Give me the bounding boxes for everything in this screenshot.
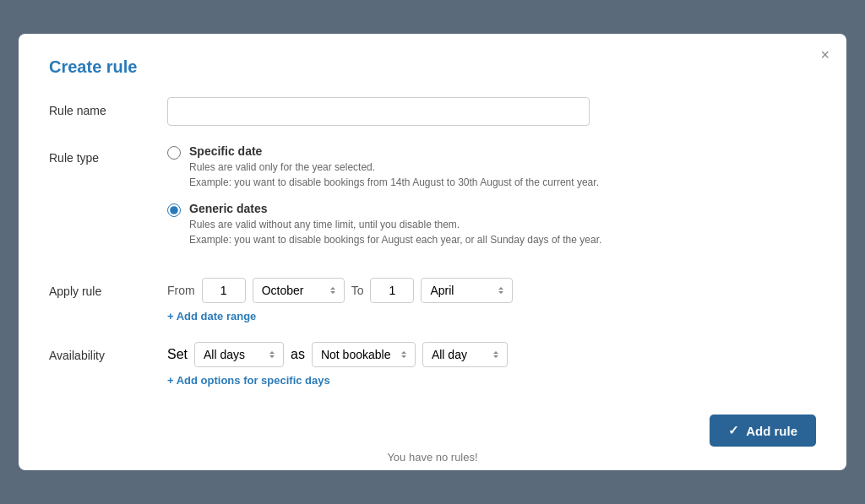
add-date-range-button[interactable]: + Add date range [167, 310, 256, 322]
to-day-input[interactable] [370, 278, 414, 303]
days-select[interactable]: All days Weekdays Weekends [194, 342, 284, 367]
modal-backdrop: × Create rule Rule name Rule type Specif… [0, 0, 865, 504]
specific-date-desc2: Example: you want to disable bookings fr… [189, 175, 599, 190]
specific-date-title: Specific date [189, 144, 599, 158]
add-options-button[interactable]: + Add options for specific days [167, 374, 330, 387]
generic-dates-desc1: Rules are valid without any time limit, … [189, 217, 601, 232]
specific-date-option[interactable]: Specific date Rules are valid only for t… [167, 144, 816, 190]
generic-dates-radio[interactable] [167, 203, 181, 217]
check-icon: ✓ [728, 423, 739, 438]
from-month-select[interactable]: JanuaryFebruaryMarchApril MayJuneJulyAug… [253, 278, 345, 303]
rule-type-label: Rule type [49, 144, 167, 165]
from-day-input[interactable] [202, 278, 246, 303]
availability-label: Availability [49, 342, 167, 362]
as-label: as [291, 347, 305, 362]
specific-date-desc1: Rules are valid only for the year select… [189, 160, 599, 175]
apply-rule-label: Apply rule [49, 278, 167, 298]
modal-title: Create rule [49, 57, 816, 77]
apply-rule-row: Apply rule From JanuaryFebruaryMarchApri… [49, 278, 816, 323]
rule-name-input[interactable] [167, 97, 590, 126]
specific-date-label-group: Specific date Rules are valid only for t… [189, 144, 599, 190]
rule-name-label: Rule name [49, 97, 167, 117]
set-label: Set [167, 347, 188, 362]
time-select[interactable]: All day Morning Afternoon [422, 342, 508, 367]
availability-inputs: Set All days Weekdays Weekends as Not bo… [167, 342, 816, 367]
bottom-hint: You have no rules! [19, 451, 846, 463]
apply-rule-inputs: From JanuaryFebruaryMarchApril MayJuneJu… [167, 278, 816, 303]
availability-row: Availability Set All days Weekdays Weeke… [49, 342, 816, 387]
to-label: To [351, 284, 364, 297]
specific-date-radio[interactable] [167, 146, 181, 160]
apply-rule-content: From JanuaryFebruaryMarchApril MayJuneJu… [167, 278, 816, 323]
generic-dates-title: Generic dates [189, 202, 601, 215]
add-rule-label: Add rule [746, 424, 797, 438]
generic-dates-label-group: Generic dates Rules are valid without an… [189, 202, 601, 247]
rule-type-content: Specific date Rules are valid only for t… [167, 144, 816, 259]
bookable-select[interactable]: Not bookable Bookable [312, 342, 416, 367]
add-rule-button[interactable]: ✓ Add rule [710, 415, 816, 447]
rule-name-content [167, 97, 816, 126]
modal-footer: ✓ Add rule [49, 408, 816, 447]
rule-type-row: Rule type Specific date Rules are valid … [49, 144, 816, 259]
generic-dates-desc2: Example: you want to disable bookings fo… [189, 232, 601, 247]
from-label: From [167, 284, 195, 297]
generic-dates-option[interactable]: Generic dates Rules are valid without an… [167, 202, 816, 247]
create-rule-modal: × Create rule Rule name Rule type Specif… [19, 34, 846, 470]
to-month-select[interactable]: AprilJanuaryFebruaryMarch MayJuneJulyAug… [421, 278, 513, 303]
close-button[interactable]: × [820, 47, 830, 62]
availability-content: Set All days Weekdays Weekends as Not bo… [167, 342, 816, 387]
rule-name-row: Rule name [49, 97, 816, 126]
